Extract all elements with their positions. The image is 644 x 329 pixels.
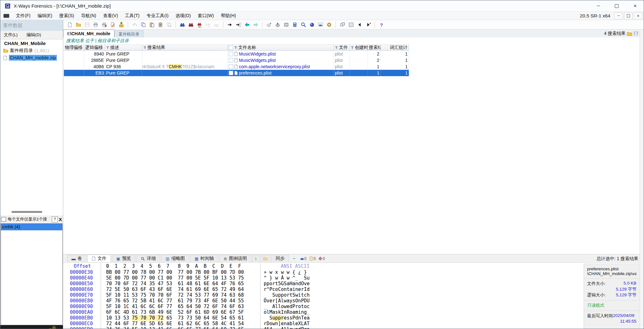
panel-splitter[interactable] <box>63 20 63 329</box>
filter-checkbox[interactable] <box>1 217 6 222</box>
view-icon[interactable] <box>299 21 307 29</box>
edit-notes-icon[interactable] <box>109 21 117 29</box>
print-preview-icon[interactable] <box>100 21 108 29</box>
col-file-type[interactable]: 文件 <box>334 44 350 51</box>
calculator-icon[interactable] <box>291 21 299 29</box>
hex-row[interactable]: 00000E705F 10 11 53 75 70 70 6F 72 74 53… <box>65 292 314 298</box>
hex-row[interactable]: 00000E6072 5E 50 63 6F 43 6F 6E 74 61 69… <box>65 286 314 292</box>
hex-bytes[interactable]: 5F 10 1C 41 6C 6C 6F 77 65 64 50 72 6F 7… <box>101 304 261 309</box>
table-row[interactable]: 2885E Pure GREP MusicWidgets.plist plist… <box>64 57 409 63</box>
col-physical-offset[interactable]: 物理偏移 <box>64 44 84 51</box>
file-name-link[interactable]: MusicWidgets.plist <box>239 51 276 56</box>
hex-bytes[interactable]: 4F 76 65 72 5B 41 6C 77 61 79 73 4F 6E 5… <box>101 298 261 304</box>
hex-ascii[interactable]: _ AllowedProtoc <box>261 304 314 309</box>
export-icon[interactable] <box>117 21 125 29</box>
case-menu-edit[interactable]: 编辑(D) <box>27 32 41 38</box>
hex-bytes[interactable]: 34 36 34 5F 10 13 41 6C 6C 6F 77 65 64 5… <box>101 326 261 329</box>
mdi-minimize-button[interactable] <box>614 12 623 19</box>
tree-item-case[interactable]: CHAN_MH_Mobile <box>0 39 63 47</box>
goto-marker-icon[interactable] <box>234 21 242 29</box>
hex-row[interactable]: 00000E405E 00 7D 00 77 00 C1 00 77 00 5E… <box>65 275 314 281</box>
open-folder-icon[interactable] <box>74 21 82 29</box>
minimize-button[interactable] <box>589 0 607 11</box>
mdi-document-icon[interactable] <box>3 14 9 18</box>
save-icon[interactable] <box>83 21 91 29</box>
clipboard-icon[interactable] <box>156 21 164 29</box>
maximize-button[interactable] <box>607 0 626 11</box>
hex-row[interactable]: 00000EC072 44 6F 77 6E 5D 65 6E 61 62 6C… <box>65 321 314 326</box>
row-checkbox[interactable] <box>229 52 233 56</box>
table-row-selected[interactable]: EB3 Pure GREP preferences.plist plist 1 … <box>64 70 409 76</box>
hex-ascii[interactable]: SuppressPdnTea <box>261 315 314 321</box>
table-row[interactable]: 40B6 CP 936 rkStatus€ € TCMHK?/01Z$class… <box>64 63 409 70</box>
menu-specialist[interactable]: 专业工具(I) <box>143 12 172 20</box>
resize-panel-button[interactable]: ↕ <box>252 255 260 262</box>
hex-bytes[interactable]: 5F 10 11 53 75 70 70 6F 72 74 53 77 69 7… <box>101 292 261 298</box>
menu-window[interactable]: 窗口(W) <box>194 12 218 20</box>
close-button[interactable]: × <box>626 0 644 11</box>
tab-thumbnails[interactable]: ▥缩略图 <box>161 255 189 262</box>
col-description[interactable]: 描述 <box>105 44 142 51</box>
hex-viewer[interactable]: Offset 0 1 2 3 4 5 6 7 8 9 A B C D E F A… <box>65 263 314 329</box>
options-icon[interactable] <box>325 21 333 29</box>
menu-search[interactable]: 搜索(S) <box>56 12 78 20</box>
vertical-scrollbar[interactable] <box>640 30 644 329</box>
filter-close-button[interactable]: X <box>59 217 62 222</box>
take-snapshot-icon[interactable] <box>274 21 281 29</box>
hex-bytes[interactable]: 5E 00 7D 00 77 00 C1 00 77 00 5E 5F 10 1… <box>101 275 261 281</box>
gallery-icon[interactable] <box>308 21 316 29</box>
hex-bytes[interactable]: 72 5E 50 63 6F 43 6F 6E 74 61 69 6E 65 7… <box>101 286 261 292</box>
row-checkbox[interactable] <box>229 64 233 69</box>
marker-list-icon[interactable] <box>318 255 326 262</box>
search-again-icon[interactable] <box>187 21 195 29</box>
select-all-checkbox[interactable] <box>229 45 233 50</box>
tab-preview[interactable]: ▣预览 <box>112 255 135 262</box>
new-file-icon[interactable] <box>66 21 74 29</box>
hex-ascii[interactable]: » w x w w { ¿ } <box>261 269 314 275</box>
hex-row[interactable]: 00000ED034 36 34 5F 10 13 41 6C 6C 6F 77… <box>65 326 314 329</box>
results-save-icon[interactable] <box>634 31 638 36</box>
hex-row[interactable]: 00000EB010 13 53 75 70 70 72 65 73 73 50… <box>65 315 314 321</box>
menu-edit[interactable]: 编辑(E) <box>34 12 56 20</box>
hex-ascii[interactable]: pport5GSaHandOve <box>261 281 314 286</box>
tab-file[interactable]: 文件 <box>87 255 111 262</box>
menu-navigation[interactable]: 导航(N) <box>78 12 99 20</box>
forward-icon[interactable] <box>252 21 260 29</box>
case-menu-file[interactable]: 文件(L) <box>4 32 18 38</box>
chart-icon[interactable] <box>316 21 324 29</box>
copy-icon[interactable] <box>139 21 147 29</box>
hex-row[interactable]: 00000E905F 10 1C 41 6C 6C 6F 77 65 64 50… <box>65 304 314 309</box>
wave-icon[interactable]: ~ <box>290 255 298 262</box>
hex-ascii[interactable]: _ SupportSwitch <box>261 292 314 298</box>
hex-bytes[interactable]: BB 00 77 00 78 00 77 00 77 00 7B 00 BF 0… <box>101 269 261 275</box>
prev-hit-icon[interactable] <box>356 21 363 29</box>
file-name-link[interactable]: preferences.plist <box>239 70 272 76</box>
menu-tools[interactable]: 工具(T) <box>121 12 143 20</box>
search-icon[interactable] <box>178 21 186 29</box>
grid-icon[interactable] <box>347 21 355 29</box>
paste-icon[interactable] <box>148 21 156 29</box>
hex-rows[interactable]: 00000E30BB 00 77 00 78 00 77 00 77 00 7B… <box>65 269 314 329</box>
hex-row[interactable]: 00000E5070 70 6F 72 74 35 47 53 61 48 61… <box>65 281 314 286</box>
mdi-close-button[interactable]: × <box>634 12 642 19</box>
hex-ascii[interactable]: olMaskInRoaming_ <box>261 309 314 315</box>
menu-help[interactable]: 帮助(H) <box>217 12 239 20</box>
hex-bytes[interactable]: 10 13 53 75 70 70 72 65 73 73 50 64 6E 5… <box>101 315 261 321</box>
sync-button[interactable]: 同步 <box>271 255 289 262</box>
menu-file[interactable]: 文件(F) <box>12 12 34 20</box>
col-created[interactable]: 创建时 <box>350 44 368 51</box>
file-name-link[interactable]: MusicWidgets.plist <box>239 58 276 63</box>
help-icon[interactable]: ? <box>377 21 385 29</box>
sync-window-icon[interactable] <box>338 21 346 29</box>
col-file-name[interactable]: 文件名称 <box>228 44 334 51</box>
hex-ascii[interactable]: rDown]enableXLAT <box>261 321 314 326</box>
tree-item-root[interactable]: 案件根目录 (1,881) <box>0 47 63 54</box>
back-icon[interactable] <box>243 21 251 29</box>
filter-help-button[interactable]: ? <box>52 216 58 222</box>
tab-volume[interactable]: ▬卷 <box>67 255 86 262</box>
row-checkbox[interactable] <box>229 58 233 63</box>
menu-view[interactable]: 查看(V) <box>100 12 122 20</box>
position-list-icon[interactable] <box>308 255 317 262</box>
tab-case-root[interactable]: 案件根目录 <box>114 30 143 37</box>
hex-ascii[interactable]: 464_ AllowedPro <box>261 326 314 329</box>
